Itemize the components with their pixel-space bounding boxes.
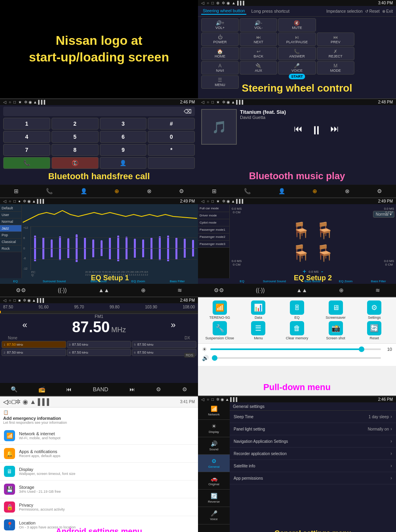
key-1[interactable]: 1 xyxy=(3,118,50,130)
end-call-btn[interactable]: 📵 xyxy=(51,157,99,169)
play-pause-btn[interactable]: ⏯PLAY/PAUSE xyxy=(278,33,316,46)
settings-row-navi[interactable]: Navigation Application Settings › xyxy=(230,435,396,448)
sidebar-general[interactable]: ⚙ General xyxy=(198,455,230,472)
next-btn[interactable]: ⏭NEXT xyxy=(240,33,277,46)
icon-eq[interactable]: 🎚 EQ xyxy=(278,300,316,320)
answer-btn[interactable]: 📞ANSWER xyxy=(278,47,316,60)
contacts-btn[interactable]: 👤 xyxy=(100,157,147,169)
icon-settings[interactable]: ⚙ Settings xyxy=(356,300,393,320)
mode-passenger1[interactable]: Passenger mode1 xyxy=(198,226,229,233)
nav-phone2[interactable]: 📞 xyxy=(244,188,251,194)
radio-preset-3[interactable]: 387.50MHz xyxy=(67,341,131,348)
tab-eq2[interactable]: EQ xyxy=(240,279,244,283)
tab-eq-zoom2[interactable]: EQ Zoom xyxy=(339,279,352,283)
sidebar-display[interactable]: ☀ Display xyxy=(198,420,230,437)
brightness-thumb[interactable] xyxy=(359,346,364,352)
nav-eq2-settings[interactable]: ⚙⚙ xyxy=(214,287,224,293)
key-star[interactable]: * xyxy=(148,144,195,156)
power-btn[interactable]: ⏻POWER xyxy=(201,33,239,46)
android-item-storage[interactable]: 💾 Storage 34% Used - 21.19 GB free xyxy=(0,480,198,498)
preset-jazz[interactable]: Jazz xyxy=(0,225,21,232)
nav-apps[interactable]: ⊞ xyxy=(14,188,19,194)
radio-preset-2[interactable]: 287.50MHz xyxy=(2,349,66,356)
nav-bt3[interactable]: ⊕ xyxy=(312,188,317,194)
key-5[interactable]: 5 xyxy=(51,131,99,143)
voice-btn[interactable]: 🎤VOICE xyxy=(278,61,316,75)
reset-btn[interactable]: ↺ Reset xyxy=(365,9,380,13)
brightness-track[interactable] xyxy=(210,348,381,350)
next-track-btn[interactable]: ⏭ xyxy=(330,124,339,137)
nav-filter2-icon[interactable]: ≋ xyxy=(375,287,380,293)
key-9[interactable]: 9 xyxy=(100,144,147,156)
icon-screenshot[interactable]: 📸 Screen shot xyxy=(317,321,354,340)
settings-row-panel[interactable]: Panel light setting Normally on › xyxy=(230,423,396,435)
impedance-btn[interactable]: Impedance selection xyxy=(326,9,363,13)
nav-target2-icon[interactable]: ⊕ xyxy=(339,287,344,293)
radio-preset-4[interactable]: 487.50MHz xyxy=(67,349,131,356)
key-2[interactable]: 2 xyxy=(51,118,99,130)
tab-eq[interactable]: EQ xyxy=(13,279,18,283)
key-4[interactable]: 4 xyxy=(3,131,50,143)
back-btn[interactable]: ↩BACK xyxy=(240,47,277,60)
tab-bass-filter2[interactable]: Bass Filter xyxy=(371,279,386,283)
key-6[interactable]: 6 xyxy=(100,131,147,143)
prev-station-btn[interactable]: ⏮ xyxy=(66,386,72,392)
icon-reset[interactable]: 🔄 Reset xyxy=(356,321,393,340)
key-hash[interactable]: # xyxy=(148,118,195,130)
tab-bass-boost2[interactable]: Bass Boost xyxy=(305,279,320,283)
icon-suspension[interactable]: 🔧 Suspension Close xyxy=(201,321,238,340)
android-item-display[interactable]: 🖥 Display Wallpaper, screen timeout, fon… xyxy=(0,463,198,480)
reject-btn[interactable]: ✗REJECT xyxy=(317,47,354,60)
search-radio-btn[interactable]: 🔍 xyxy=(11,386,17,392)
mode-passenger3[interactable]: Passenger mode3 xyxy=(198,241,229,248)
settings-row-sleep[interactable]: Sleep Time 1 day sleep › xyxy=(230,411,396,423)
mode-passenger2[interactable]: Passenger mode2 xyxy=(198,233,229,241)
volume-track[interactable] xyxy=(212,357,381,359)
settings-row-satellite[interactable]: Satellite info › xyxy=(230,460,396,472)
band-btn[interactable]: BAND xyxy=(93,386,109,392)
tab-steering-wheel[interactable]: Steering wheel button xyxy=(201,8,246,15)
mode-driver[interactable]: Driver mode xyxy=(198,212,229,219)
nav-signal2-icon[interactable]: ▲▲ xyxy=(296,287,307,293)
android-item-network[interactable]: 📶 Network & internet Wi-Fi, mobile, and … xyxy=(0,427,198,445)
tab-surround2[interactable]: Surround Sound xyxy=(263,279,286,283)
settings-row-recorder[interactable]: Recorder application selection › xyxy=(230,448,396,460)
nav-phone[interactable]: 📞 xyxy=(46,188,53,194)
vol-minus-btn[interactable]: 🔊-VOL- xyxy=(240,18,277,32)
nav-signal-icon[interactable]: ▲▲ xyxy=(98,287,109,293)
aux-btn[interactable]: 🔌AUX xyxy=(240,61,277,75)
call-btn[interactable]: 📞 xyxy=(3,157,50,169)
settings-row-appperm[interactable]: App permissions › xyxy=(230,472,396,484)
nav-target-icon[interactable]: ⊕ xyxy=(141,287,146,293)
nav-bt4[interactable]: ⊗ xyxy=(345,188,350,194)
preset-classical[interactable]: Classical xyxy=(0,239,21,245)
preset-default[interactable]: Default xyxy=(0,205,21,212)
mode-fullcar[interactable]: Full car mode xyxy=(198,205,229,212)
nav-surround-icon[interactable]: ((·)) xyxy=(58,287,67,293)
preset-pop[interactable]: Pop xyxy=(0,232,21,239)
navi-btn[interactable]: ANAVI xyxy=(201,61,239,75)
tab-long-press[interactable]: Long press shortcut xyxy=(249,8,291,14)
next-station-btn[interactable]: ⏭ xyxy=(129,386,135,392)
key-7[interactable]: 7 xyxy=(3,144,50,156)
nav-filter-icon[interactable]: ≋ xyxy=(177,287,182,293)
eq-settings-btn[interactable]: ⚙ xyxy=(156,386,161,392)
android-item-apps[interactable]: 🔔 Apps & notifications Recent apps, defa… xyxy=(0,445,198,463)
settings-btn2[interactable]: ⚙ xyxy=(182,386,187,392)
preset-rock[interactable]: Rock xyxy=(0,245,21,252)
android-item-privacy[interactable]: 🔒 Privacy Permissions, account activity xyxy=(0,498,198,516)
mode-cpilot[interactable]: Cpilot mode xyxy=(198,219,229,226)
icon-menu[interactable]: ☰ Menu xyxy=(240,321,277,340)
play-btn[interactable]: ⏸ xyxy=(310,124,322,137)
sidebar-sound[interactable]: 🔊 Sound xyxy=(198,437,230,455)
nav-eq-settings[interactable]: ⚙⚙ xyxy=(16,287,26,293)
sidebar-voice[interactable]: 🎤 Voice xyxy=(198,507,230,524)
key-0[interactable]: 0 xyxy=(148,131,195,143)
backspace-btn[interactable]: ⌫ xyxy=(184,108,192,115)
preset-user[interactable]: User xyxy=(0,212,21,218)
icon-data[interactable]: 📊 Data xyxy=(240,300,277,320)
prev-track-btn[interactable]: ⏮ xyxy=(294,124,303,137)
nav-settings2[interactable]: ⚙ xyxy=(377,188,382,194)
radio-preset-1[interactable]: 187.50MHz xyxy=(2,341,66,348)
radio-next-btn[interactable]: » xyxy=(171,320,175,330)
